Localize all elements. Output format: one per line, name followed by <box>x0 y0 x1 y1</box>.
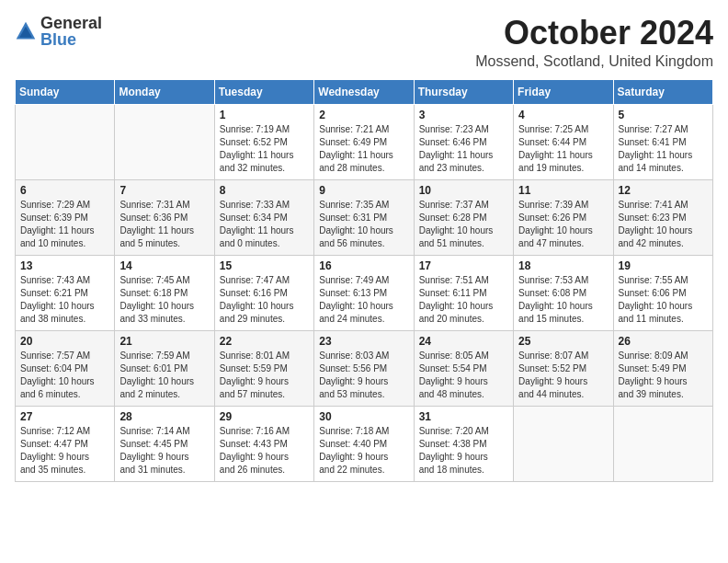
day-number: 18 <box>518 259 608 272</box>
day-detail: Sunrise: 7:37 AM Sunset: 6:28 PM Dayligh… <box>419 199 508 250</box>
day-cell: 11Sunrise: 7:39 AM Sunset: 6:26 PM Dayli… <box>514 179 613 255</box>
day-number: 24 <box>419 335 508 348</box>
col-header-friday: Friday <box>514 79 613 104</box>
day-number: 12 <box>619 184 708 197</box>
day-detail: Sunrise: 7:53 AM Sunset: 6:08 PM Dayligh… <box>518 274 608 326</box>
day-detail: Sunrise: 7:21 AM Sunset: 6:49 PM Dayligh… <box>319 123 408 175</box>
day-cell <box>16 104 115 179</box>
day-number: 17 <box>419 259 508 272</box>
day-number: 30 <box>319 410 408 423</box>
day-detail: Sunrise: 7:57 AM Sunset: 6:04 PM Dayligh… <box>20 350 109 401</box>
day-cell: 18Sunrise: 7:53 AM Sunset: 6:08 PM Dayli… <box>514 255 613 330</box>
logo-general: General <box>40 15 102 31</box>
day-number: 11 <box>518 184 608 197</box>
col-header-tuesday: Tuesday <box>214 79 313 104</box>
day-detail: Sunrise: 7:14 AM Sunset: 4:45 PM Dayligh… <box>119 425 209 477</box>
day-detail: Sunrise: 7:19 AM Sunset: 6:52 PM Dayligh… <box>220 123 309 175</box>
title-block: October 2024 Mossend, Scotland, United K… <box>475 15 713 70</box>
week-row-1: 1Sunrise: 7:19 AM Sunset: 6:52 PM Daylig… <box>16 104 713 179</box>
day-cell: 10Sunrise: 7:37 AM Sunset: 6:28 PM Dayli… <box>414 179 513 255</box>
day-detail: Sunrise: 8:05 AM Sunset: 5:54 PM Dayligh… <box>419 350 508 401</box>
day-detail: Sunrise: 7:31 AM Sunset: 6:36 PM Dayligh… <box>119 199 209 250</box>
header-row: SundayMondayTuesdayWednesdayThursdayFrid… <box>16 79 713 104</box>
day-cell: 12Sunrise: 7:41 AM Sunset: 6:23 PM Dayli… <box>613 179 712 255</box>
day-number: 5 <box>619 109 708 121</box>
day-detail: Sunrise: 8:07 AM Sunset: 5:52 PM Dayligh… <box>518 350 608 401</box>
day-detail: Sunrise: 7:29 AM Sunset: 6:39 PM Dayligh… <box>20 199 109 250</box>
day-cell: 2Sunrise: 7:21 AM Sunset: 6:49 PM Daylig… <box>314 104 414 179</box>
day-detail: Sunrise: 7:25 AM Sunset: 6:44 PM Dayligh… <box>518 123 608 175</box>
page-header: General Blue October 2024 Mossend, Scotl… <box>15 15 713 70</box>
day-detail: Sunrise: 8:03 AM Sunset: 5:56 PM Dayligh… <box>319 350 408 401</box>
day-cell <box>613 406 712 481</box>
col-header-saturday: Saturday <box>613 79 712 104</box>
day-cell: 15Sunrise: 7:47 AM Sunset: 6:16 PM Dayli… <box>214 255 313 330</box>
day-cell: 6Sunrise: 7:29 AM Sunset: 6:39 PM Daylig… <box>16 179 115 255</box>
day-cell: 14Sunrise: 7:45 AM Sunset: 6:18 PM Dayli… <box>115 255 214 330</box>
day-detail: Sunrise: 7:45 AM Sunset: 6:18 PM Dayligh… <box>119 274 209 326</box>
day-number: 3 <box>419 109 508 121</box>
day-cell <box>514 406 613 481</box>
day-number: 7 <box>119 184 209 197</box>
day-number: 25 <box>518 335 608 348</box>
day-detail: Sunrise: 7:49 AM Sunset: 6:13 PM Dayligh… <box>319 274 408 326</box>
logo-icon <box>15 20 37 42</box>
day-cell: 27Sunrise: 7:12 AM Sunset: 4:47 PM Dayli… <box>16 406 115 481</box>
logo: General Blue <box>15 15 102 48</box>
day-cell: 26Sunrise: 8:09 AM Sunset: 5:49 PM Dayli… <box>613 330 712 406</box>
day-number: 29 <box>220 410 309 423</box>
day-number: 15 <box>220 259 309 272</box>
week-row-4: 20Sunrise: 7:57 AM Sunset: 6:04 PM Dayli… <box>16 330 713 406</box>
day-number: 6 <box>20 184 109 197</box>
day-cell: 28Sunrise: 7:14 AM Sunset: 4:45 PM Dayli… <box>115 406 214 481</box>
day-number: 21 <box>119 335 209 348</box>
day-detail: Sunrise: 8:09 AM Sunset: 5:49 PM Dayligh… <box>619 350 708 401</box>
day-detail: Sunrise: 7:41 AM Sunset: 6:23 PM Dayligh… <box>619 199 708 250</box>
day-number: 26 <box>619 335 708 348</box>
day-detail: Sunrise: 7:59 AM Sunset: 6:01 PM Dayligh… <box>119 350 209 401</box>
day-number: 9 <box>319 184 408 197</box>
day-detail: Sunrise: 7:20 AM Sunset: 4:38 PM Dayligh… <box>419 425 508 477</box>
week-row-5: 27Sunrise: 7:12 AM Sunset: 4:47 PM Dayli… <box>16 406 713 481</box>
day-number: 16 <box>319 259 408 272</box>
day-cell <box>115 104 214 179</box>
day-number: 14 <box>119 259 209 272</box>
day-number: 31 <box>419 410 508 423</box>
day-number: 2 <box>319 109 408 121</box>
day-number: 23 <box>319 335 408 348</box>
day-cell: 20Sunrise: 7:57 AM Sunset: 6:04 PM Dayli… <box>16 330 115 406</box>
calendar-table: SundayMondayTuesdayWednesdayThursdayFrid… <box>15 79 713 482</box>
day-detail: Sunrise: 7:43 AM Sunset: 6:21 PM Dayligh… <box>20 274 109 326</box>
day-cell: 19Sunrise: 7:55 AM Sunset: 6:06 PM Dayli… <box>613 255 712 330</box>
col-header-monday: Monday <box>115 79 214 104</box>
col-header-sunday: Sunday <box>16 79 115 104</box>
day-detail: Sunrise: 7:35 AM Sunset: 6:31 PM Dayligh… <box>319 199 408 250</box>
day-number: 1 <box>220 109 309 121</box>
day-cell: 4Sunrise: 7:25 AM Sunset: 6:44 PM Daylig… <box>514 104 613 179</box>
day-cell: 17Sunrise: 7:51 AM Sunset: 6:11 PM Dayli… <box>414 255 513 330</box>
day-cell: 1Sunrise: 7:19 AM Sunset: 6:52 PM Daylig… <box>214 104 313 179</box>
day-detail: Sunrise: 8:01 AM Sunset: 5:59 PM Dayligh… <box>220 350 309 401</box>
day-cell: 9Sunrise: 7:35 AM Sunset: 6:31 PM Daylig… <box>314 179 414 255</box>
day-number: 19 <box>619 259 708 272</box>
day-number: 4 <box>518 109 608 121</box>
day-detail: Sunrise: 7:16 AM Sunset: 4:43 PM Dayligh… <box>220 425 309 477</box>
day-number: 20 <box>20 335 109 348</box>
day-detail: Sunrise: 7:12 AM Sunset: 4:47 PM Dayligh… <box>20 425 109 477</box>
day-detail: Sunrise: 7:27 AM Sunset: 6:41 PM Dayligh… <box>619 123 708 175</box>
day-detail: Sunrise: 7:47 AM Sunset: 6:16 PM Dayligh… <box>220 274 309 326</box>
week-row-3: 13Sunrise: 7:43 AM Sunset: 6:21 PM Dayli… <box>16 255 713 330</box>
day-cell: 31Sunrise: 7:20 AM Sunset: 4:38 PM Dayli… <box>414 406 513 481</box>
week-row-2: 6Sunrise: 7:29 AM Sunset: 6:39 PM Daylig… <box>16 179 713 255</box>
day-detail: Sunrise: 7:18 AM Sunset: 4:40 PM Dayligh… <box>319 425 408 477</box>
day-detail: Sunrise: 7:23 AM Sunset: 6:46 PM Dayligh… <box>419 123 508 175</box>
day-number: 22 <box>220 335 309 348</box>
day-cell: 13Sunrise: 7:43 AM Sunset: 6:21 PM Dayli… <box>16 255 115 330</box>
day-cell: 21Sunrise: 7:59 AM Sunset: 6:01 PM Dayli… <box>115 330 214 406</box>
day-number: 8 <box>220 184 309 197</box>
day-number: 28 <box>119 410 209 423</box>
day-cell: 5Sunrise: 7:27 AM Sunset: 6:41 PM Daylig… <box>613 104 712 179</box>
day-cell: 8Sunrise: 7:33 AM Sunset: 6:34 PM Daylig… <box>214 179 313 255</box>
day-cell: 25Sunrise: 8:07 AM Sunset: 5:52 PM Dayli… <box>514 330 613 406</box>
day-number: 10 <box>419 184 508 197</box>
